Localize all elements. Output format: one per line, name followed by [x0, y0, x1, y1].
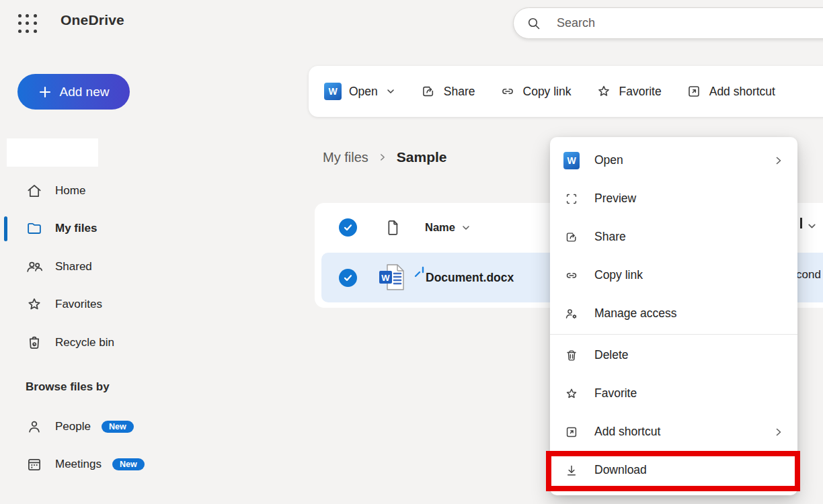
- file-name: Document.docx: [426, 271, 514, 285]
- word-icon: W: [324, 83, 342, 100]
- link-icon: [500, 83, 516, 99]
- preview-icon: [563, 191, 580, 207]
- menu-item-label: Favorite: [594, 386, 637, 401]
- svg-text:W: W: [381, 273, 390, 283]
- add-new-button[interactable]: Add new: [17, 74, 130, 110]
- breadcrumb: My files Sample: [323, 149, 447, 165]
- word-icon: W: [563, 153, 580, 169]
- browse-files-by-heading: Browse files by: [26, 380, 110, 394]
- context-menu-download[interactable]: Download: [550, 451, 797, 489]
- add-shortcut-icon: [686, 83, 702, 99]
- chevron-down-icon: [806, 220, 818, 232]
- sidebar-item-label: Recycle bin: [55, 336, 114, 349]
- name-column-header[interactable]: Name: [425, 221, 455, 234]
- clipped-column-header-fragment: [800, 218, 802, 228]
- document-type-column-icon: [385, 218, 402, 237]
- sidebar-item-label: Favorites: [55, 298, 102, 311]
- sidebar-item-favorites[interactable]: Favorites: [0, 290, 161, 319]
- menu-item-label: Delete: [594, 348, 629, 362]
- context-menu-manage-access[interactable]: Manage access: [550, 294, 797, 333]
- app-title: OneDrive: [61, 12, 124, 28]
- link-icon: [563, 267, 580, 284]
- sidebar-item-people[interactable]: People New: [0, 412, 161, 442]
- chevron-down-icon: [385, 86, 396, 97]
- sidebar-item-shared[interactable]: Shared: [0, 252, 161, 282]
- sidebar-item-label: People: [55, 420, 91, 433]
- toolbar-add-shortcut-label: Add shortcut: [709, 85, 775, 99]
- sidebar-item-meetings[interactable]: Meetings New: [0, 450, 161, 479]
- sidebar-item-label: My files: [55, 222, 97, 235]
- toolbar-copy-link-button[interactable]: Copy link: [500, 83, 572, 99]
- toolbar-favorite-label: Favorite: [619, 85, 662, 99]
- menu-item-label: Manage access: [594, 306, 677, 321]
- chevron-right-icon: [773, 427, 784, 437]
- app-launcher-waffle-icon[interactable]: [15, 11, 40, 36]
- toolbar-open-label: Open: [349, 85, 378, 99]
- context-menu-preview[interactable]: Preview: [550, 179, 797, 218]
- context-menu-favorite[interactable]: Favorite: [550, 374, 797, 413]
- star-icon: [596, 83, 612, 99]
- word-document-icon: W: [377, 262, 408, 293]
- search-input[interactable]: Search: [513, 7, 823, 39]
- onedrive-app-window: OneDrive Search Add new Home My files: [0, 0, 823, 504]
- search-icon: [526, 15, 542, 32]
- command-toolbar: W Open Share Copy link: [309, 66, 823, 117]
- context-menu-share[interactable]: Share: [550, 218, 797, 256]
- chevron-down-icon: [461, 222, 471, 233]
- toolbar-favorite-button[interactable]: Favorite: [596, 83, 662, 99]
- calendar-icon: [26, 456, 43, 473]
- menu-item-label: Copy link: [594, 268, 643, 282]
- toolbar-share-button[interactable]: Share: [420, 83, 475, 99]
- share-icon: [563, 229, 580, 245]
- new-badge: New: [102, 421, 134, 433]
- menu-item-label: Preview: [594, 192, 636, 206]
- context-menu-add-shortcut[interactable]: Add shortcut: [550, 413, 797, 451]
- menu-item-label: Share: [594, 230, 626, 244]
- menu-item-label: Download: [594, 463, 647, 477]
- toolbar-add-shortcut-button[interactable]: Add shortcut: [686, 83, 775, 99]
- star-icon: [563, 386, 580, 402]
- context-menu-copy-link[interactable]: Copy link: [550, 256, 797, 294]
- menu-item-label: Open: [594, 153, 623, 167]
- sidebar-item-home[interactable]: Home: [0, 176, 161, 206]
- sidebar-item-label: Meetings: [55, 458, 102, 471]
- redacted-account-area: [7, 138, 98, 167]
- context-menu-open[interactable]: W Open: [550, 141, 797, 179]
- delete-icon: [563, 347, 580, 364]
- toolbar-copy-link-label: Copy link: [523, 85, 572, 99]
- person-icon: [26, 418, 43, 435]
- chevron-right-icon: [773, 155, 784, 166]
- breadcrumb-current-folder: Sample: [397, 149, 447, 165]
- sidebar-item-my-files[interactable]: My files: [0, 214, 161, 243]
- star-icon: [26, 296, 43, 313]
- search-placeholder: Search: [557, 16, 595, 30]
- add-new-label: Add new: [60, 85, 110, 99]
- sidebar-item-label: Home: [55, 184, 85, 198]
- recycle-bin-icon: [26, 334, 43, 351]
- download-icon: [563, 462, 580, 478]
- menu-item-label: Add shortcut: [594, 425, 660, 439]
- plus-icon: [38, 85, 52, 99]
- select-all-checkbox[interactable]: [339, 218, 357, 237]
- home-icon: [26, 182, 43, 200]
- toolbar-share-label: Share: [444, 85, 475, 99]
- add-shortcut-icon: [563, 424, 580, 440]
- toolbar-open-button[interactable]: W Open: [324, 83, 396, 100]
- share-icon: [420, 83, 436, 99]
- breadcrumb-my-files[interactable]: My files: [323, 150, 368, 165]
- click-burst-icon: [414, 266, 427, 278]
- clipped-modified-cell-fragment: cond: [796, 268, 821, 282]
- sidebar-item-recycle-bin[interactable]: Recycle bin: [0, 328, 161, 358]
- menu-divider: [550, 334, 797, 335]
- folder-icon: [26, 220, 43, 237]
- chevron-right-icon: [378, 153, 387, 162]
- sidebar-item-label: Shared: [55, 260, 92, 274]
- new-badge: New: [112, 458, 145, 471]
- manage-access-icon: [563, 306, 580, 322]
- people-icon: [26, 258, 43, 276]
- context-menu: W Open Preview Share: [550, 137, 797, 495]
- row-selected-checkbox[interactable]: [339, 269, 357, 287]
- context-menu-delete[interactable]: Delete: [550, 336, 797, 374]
